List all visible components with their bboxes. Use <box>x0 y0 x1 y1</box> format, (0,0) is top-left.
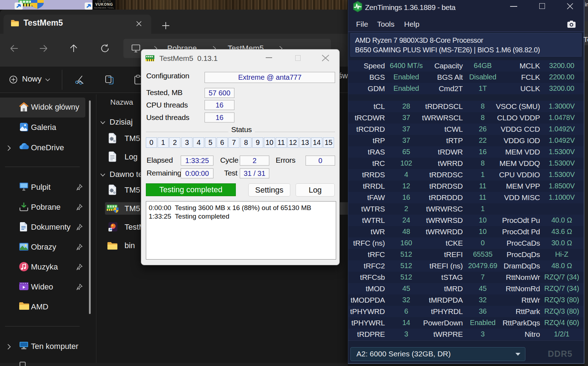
svg-text:NCHMARK TOOL: NCHMARK TOOL <box>94 7 114 9</box>
svg-text:VUKONG: VUKONG <box>95 2 113 6</box>
svg-text:CK MYTH: CK MYTH <box>97 0 111 2</box>
